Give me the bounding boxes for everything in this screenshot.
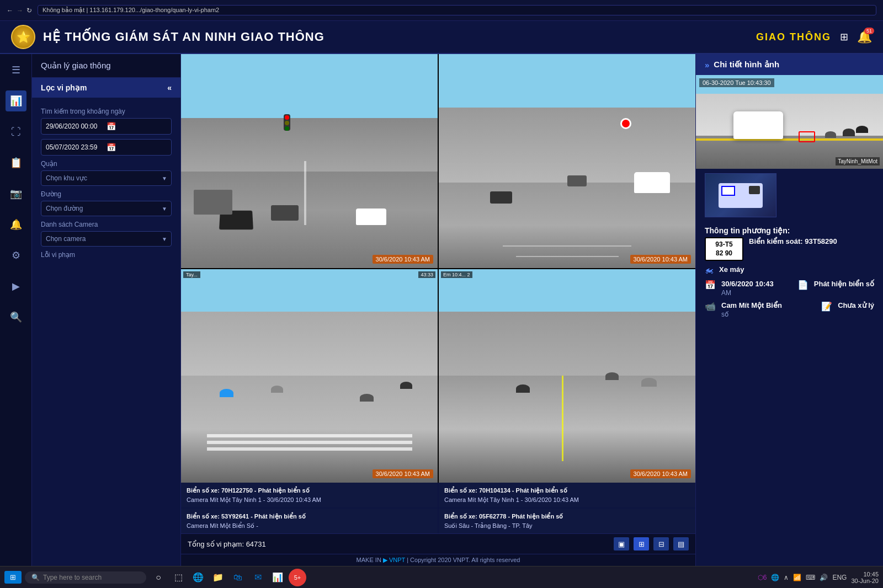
url-bar[interactable]: Không bảo mật | 113.161.179.120.../giao-… [38,5,876,15]
date-to-value: 05/07/2020 23:59 [46,143,107,151]
sidebar-item-camera[interactable]: 📷 [6,183,26,204]
copyright: | Copyright 2020 VNPT. All rights reserv… [407,557,520,563]
detail-title: Chi tiết hình ảnh [714,60,779,70]
filter-section-header[interactable]: Lọc vi phạm « [32,78,180,98]
browser-nav[interactable]: ← → ↻ [7,7,32,14]
camera-select[interactable]: Chọn camera [41,231,172,247]
taskbar-search[interactable]: 🔍 Type here to search [25,571,146,584]
cam-icon: 📹 [705,301,716,312]
road-select[interactable]: Chọn đường [41,201,172,216]
tray-keyboard: ⌨ [806,574,815,581]
filter-section-content: Tìm kiếm trong khoảng ngày 29/06/2020 00… [32,98,180,267]
notification-bell[interactable]: 🔔 51 [857,30,872,44]
taskbar-icon-edge[interactable]: 🌐 [189,569,207,586]
collapse-icon[interactable]: « [167,83,172,92]
sidebar-item-reports[interactable]: 📋 [6,152,26,173]
doc-icon: 📄 [797,280,808,290]
plate-label-3: Biển số xe: 53Y92641 - Phát hiện biển số [187,513,306,520]
video-cell-1[interactable]: 30/6/2020 10:43 AM [181,54,438,268]
detail-panel-header: Chi tiết hình ảnh [696,54,883,75]
date-row: 📅 30/6/2020 10:43 AM 📄 Phát hiện biển số [705,280,874,297]
video-cell-2[interactable]: 30/6/2020 10:43 AM [439,54,695,268]
processing-status: Chưa xử lý [838,301,874,309]
date-icon: 📅 [705,280,716,290]
start-button[interactable]: ⊞ [4,571,22,584]
plate-number: Biển kiểm soát: 93T58290 [749,237,837,245]
tray-chevron[interactable]: ∧ [784,574,789,581]
app-title: HỆ THỐNG GIÁM SÁT AN NINH GIAO THÔNG [43,30,325,44]
view-icon-1[interactable]: ▣ [614,537,629,550]
sidebar-item-alerts[interactable]: 🔔 [6,214,26,235]
sidebar-item-play[interactable]: ▶ [6,276,26,297]
footer-bar: MAKE IN ▶ VNPT | Copyright 2020 VNPT. Al… [181,554,695,566]
video-cell-3[interactable]: Tay... 43:33 30/6/2020 10:43 AM [181,269,438,483]
image-timestamp: 06-30-2020 Tue 10:43:30 [699,78,774,87]
district-select[interactable]: Chọn khu vực [41,170,172,186]
plate-row: 93-T5 82 90 Biển kiểm soát: 93T58290 [705,237,874,261]
video-info-2: Biển số xe: 70H104134 - Phát hiện biển s… [439,483,695,507]
video-grid: 30/6/2020 10:43 AM 30/6/2020 10:43 AM [181,54,695,483]
sidebar-item-fullscreen[interactable]: ⛶ [6,121,26,142]
view-icon-4[interactable]: ▤ [673,537,689,550]
refresh-button[interactable]: ↻ [26,7,32,14]
taskbar-icon-excel[interactable]: 📊 [269,569,286,586]
make-in: MAKE IN [357,557,383,563]
system-tray: ⬡6 🌐 ∧ 📶 ⌨ 🔊 ENG 10:45 30-Jun-20 [758,571,879,584]
video-3-label: Tay... [183,271,200,278]
view-icon-3[interactable]: ⊟ [653,537,669,550]
cam-col: Cam Mít Một Biển số [721,301,782,318]
tray-volume: 🔊 [820,574,828,581]
video-cell-4[interactable]: Em 10:4... 2 30/6/2020 10:43 AM [439,269,695,483]
district-select-wrapper: Chọn khu vực [41,170,172,186]
location-1: Camera Mít Một Tây Ninh 1 - 30/6/2020 10… [187,496,321,503]
status-col: Chưa xử lý [838,301,874,309]
vehicle-type-row: 🏍 Xe máy [705,265,874,275]
violation-label: Lỗi vi phạm [41,251,172,259]
sidebar-item-settings[interactable]: ⚙ [6,245,26,266]
taskbar-icon-task[interactable]: ⬚ [169,569,187,586]
back-button[interactable]: ← [7,7,13,14]
calendar-icon-from: 📅 [107,122,167,131]
location-3: Camera Mít Một Biển Số - [187,522,258,529]
taskbar-icon-mail[interactable]: ✉ [249,569,267,586]
taskbar-icon-folder[interactable]: 📁 [209,569,227,586]
video-info-4: Biển số xe: 05F62778 - Phát hiện biển số… [439,509,695,533]
grid-icon[interactable]: ⊞ [840,31,848,43]
date-from-input[interactable]: 29/06/2020 00:00 📅 [41,118,172,135]
taskbar-icon-store[interactable]: 🛍 [229,569,247,586]
view-icon-2[interactable]: ⊞ [634,537,649,550]
filter-panel: Quản lý giao thông Lọc vi phạm « Tìm kiế… [32,54,181,566]
motorcycle-icon: 🏍 [705,265,714,275]
camera-label: Danh sách Camera [41,221,172,228]
plate-label-4: Biển số xe: 05F62778 - Phát hiện biển số [444,513,563,520]
date-from-value: 29/06/2020 00:00 [46,122,107,130]
video-feed-1 [181,54,438,268]
camera-select-wrapper: Chọn camera [41,231,172,247]
thumbnail-image[interactable] [705,173,776,217]
plate-info-col: Biển kiểm soát: 93T58290 [749,237,837,245]
video-feed-3: Tay... 43:33 [181,269,438,483]
camera-row: 📹 Cam Mít Một Biển số 📝 Chưa xử lý [705,301,874,318]
sidebar-item-menu[interactable]: ☰ [6,60,26,81]
taskbar-icon-app[interactable]: 5+ [289,569,306,586]
browser-chrome: ← → ↻ Không bảo mật | 113.161.179.120...… [0,0,883,21]
sidebar-icons: ☰ 📊 ⛶ 📋 📷 🔔 ⚙ ▶ 🔍 [0,54,32,566]
date-to-input[interactable]: 05/07/2020 23:59 📅 [41,139,172,156]
video-info-1: Biển số xe: 70H122750 - Phát hiện biển s… [181,483,438,507]
detail-panel: Chi tiết hình ảnh 06-30-2020 Tue 10:43:3… [695,54,883,566]
sidebar-item-analytics[interactable]: 📊 [6,90,26,111]
sidebar-item-search[interactable]: 🔍 [6,307,26,328]
cam-name-value: Cam Mít Một Biển [721,301,782,309]
video-area: 30/6/2020 10:43 AM 30/6/2020 10:43 AM [181,54,695,566]
plate-label-1: Biển số xe: 70H122750 - Phát hiện biển s… [187,487,310,494]
forward-button[interactable]: → [17,7,23,14]
app-header: ⭐ HỆ THỐNG GIÁM SÁT AN NINH GIAO THÔNG G… [0,21,883,54]
district-label: Quận [41,160,172,168]
violation-col: Phát hiện biển số [814,280,874,288]
taskbar-icon-windows[interactable]: ○ [150,569,167,586]
video-bottom-bar: Tổng số vi phạm: 64731 ▣ ⊞ ⊟ ▤ [181,533,695,554]
emblem-icon: ⭐ [11,25,35,49]
giao-thong-label: GIAO THÔNG [756,31,831,43]
vehicle-info-title: Thông tin phương tiện: [696,222,883,237]
vehicle-info-rows: 93-T5 82 90 Biển kiểm soát: 93T58290 🏍 X… [696,237,883,318]
